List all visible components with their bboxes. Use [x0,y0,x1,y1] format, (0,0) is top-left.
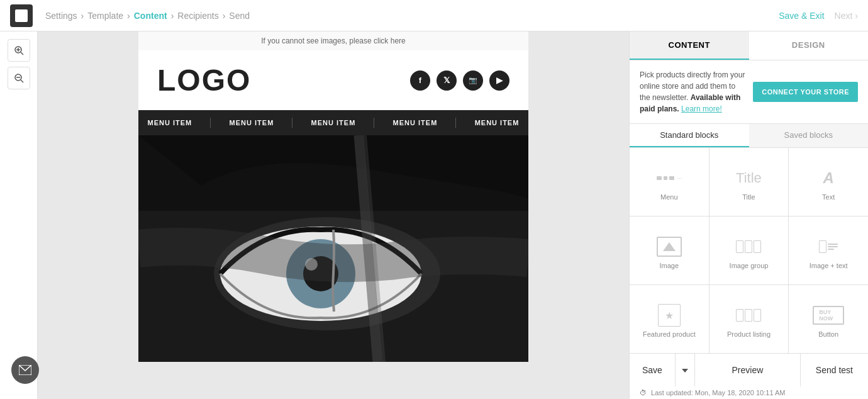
menu-divider-1 [210,118,211,128]
block-title-label: Title [742,193,755,201]
save-dropdown-button[interactable] [675,354,694,386]
block-image-label: Image [660,262,679,269]
standard-blocks-tab[interactable]: Standard blocks [630,124,749,147]
svg-line-1 [21,52,23,55]
tab-design[interactable]: DESIGN [749,31,869,60]
block-image-text-icon [813,235,844,258]
learn-more-link[interactable]: Learn more! [681,104,722,113]
block-text-icon: A [813,167,844,189]
block-image-icon [654,235,685,258]
menu-item-5[interactable]: MENU ITEM [475,119,520,126]
block-image[interactable]: Image [630,216,709,284]
breadcrumb-sep-3: › [171,11,174,21]
breadcrumb-settings[interactable]: Settings [45,11,77,21]
canvas-area[interactable]: If you cannot see images, please click h… [38,31,629,399]
zoom-out-icon [14,73,24,83]
instagram-icon[interactable]: 📷 [463,70,483,91]
block-image-group-icon [733,235,764,258]
email-menu-bar: MENU ITEM MENU ITEM MENU ITEM MENU ITEM … [138,110,528,135]
block-title-icon: Title [733,167,764,189]
last-updated: ⏱ Last updated: Mon, May 18, 2020 10:11 … [630,386,868,399]
menu-item-1[interactable]: MENU ITEM [148,119,192,126]
bottom-bar: Save Preview Send test [630,353,868,386]
email-notice: If you cannot see images, please click h… [138,31,528,50]
block-image-group-label: Image group [730,262,769,269]
zoom-out-button[interactable] [8,67,30,89]
block-button[interactable]: BUY NOW Button [789,285,868,353]
save-button[interactable]: Save [630,354,675,386]
saved-blocks-tab[interactable]: Saved blocks [749,124,869,147]
block-featured-icon: ★ [654,304,685,327]
bottom-section: Save Preview Send test ⏱ Last updated: M… [630,353,868,399]
mail-icon [19,365,31,375]
block-featured-label: Featured product [643,330,696,338]
mail-icon-button[interactable] [11,356,39,384]
blocks-grid: ··· Menu Title Title A Text [630,148,868,353]
breadcrumb-sep-1: › [81,11,84,21]
left-sidebar [0,31,38,399]
breadcrumb-recipients[interactable]: Recipients [177,11,218,21]
block-featured[interactable]: ★ Featured product [630,285,709,353]
top-nav: Settings › Template › Content › Recipien… [0,0,868,31]
panel-tabs: CONTENT DESIGN [630,31,868,60]
app-logo[interactable] [10,4,33,27]
menu-divider-2 [292,118,292,128]
nav-right: Save & Exit Next › [779,11,858,21]
block-text[interactable]: A Text [789,148,868,216]
zoom-in-icon [14,45,24,55]
breadcrumb-content[interactable]: Content [134,11,167,21]
preview-button[interactable]: Preview [695,354,800,386]
save-exit-button[interactable]: Save & Exit [779,11,824,21]
chevron-down-icon [682,369,688,373]
block-text-label: Text [822,193,835,201]
menu-item-3[interactable]: MENU ITEM [311,119,356,126]
menu-item-2[interactable]: MENU ITEM [230,119,274,126]
blocks-tabs: Standard blocks Saved blocks [630,124,868,148]
store-promo: Pick products directly from your online … [630,60,868,124]
connect-store-button[interactable]: CONNECT YOUR STORE [753,82,858,102]
logo-inner [15,9,28,22]
block-menu-label: Menu [660,193,678,201]
block-button-icon: BUY NOW [813,304,844,327]
block-product-listing-label: Product listing [727,330,771,338]
breadcrumb: Settings › Template › Content › Recipien… [45,11,779,21]
right-panel: CONTENT DESIGN Pick products directly fr… [629,31,868,399]
block-title[interactable]: Title Title [709,148,789,216]
twitter-icon[interactable]: 𝕏 [437,70,457,91]
zoom-in-button[interactable] [8,39,30,62]
menu-divider-4 [455,118,456,128]
send-test-button[interactable]: Send test [800,354,868,386]
breadcrumb-sep-4: › [223,11,226,21]
store-promo-text: Pick products directly from your online … [640,69,745,115]
canvas-scroll[interactable]: If you cannot see images, please click h… [38,31,629,399]
block-image-group[interactable]: Image group [709,216,789,284]
facebook-icon[interactable]: f [410,70,430,91]
save-btn-group: Save [630,354,695,386]
email-logo: LOGO [157,63,251,98]
social-icons: f 𝕏 📷 ▶ [410,70,509,91]
block-menu[interactable]: ··· Menu [630,148,709,216]
tab-content[interactable]: CONTENT [630,31,749,60]
main-area: If you cannot see images, please click h… [0,31,868,399]
menu-divider-3 [374,118,374,128]
svg-line-5 [21,80,23,82]
block-image-text[interactable]: Image + text [789,216,868,284]
next-button[interactable]: Next › [835,11,858,21]
block-product-listing-icon [733,304,764,327]
block-button-label: Button [818,330,838,338]
block-image-text-label: Image + text [810,262,848,269]
breadcrumb-sep-2: › [127,11,130,21]
hero-svg [138,135,528,362]
email-container: If you cannot see images, please click h… [138,31,528,362]
block-menu-icon: ··· [654,167,685,189]
email-logo-row: LOGO f 𝕏 📷 ▶ [138,50,528,110]
breadcrumb-template[interactable]: Template [87,11,123,21]
breadcrumb-send[interactable]: Send [229,11,250,21]
block-product-listing[interactable]: Product listing [709,285,789,353]
youtube-icon[interactable]: ▶ [489,70,509,91]
clock-icon: ⏱ [640,389,647,396]
email-hero-image[interactable] [138,135,528,362]
menu-item-4[interactable]: MENU ITEM [393,119,438,126]
